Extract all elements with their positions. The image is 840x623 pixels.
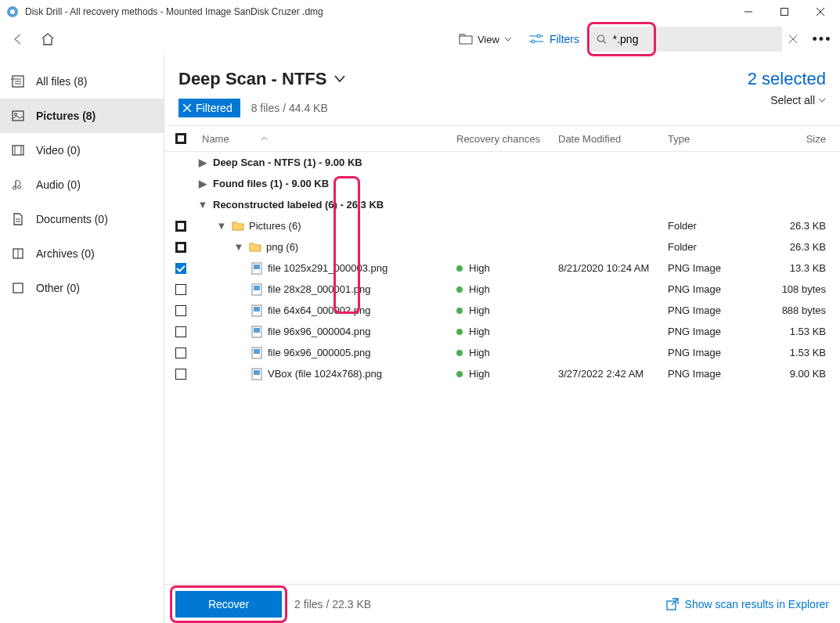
row-checkbox[interactable]	[175, 242, 186, 253]
file-row[interactable]: file 28x28_000001.pngHighPNG Image108 by…	[164, 279, 840, 300]
row-chance: High	[456, 326, 558, 337]
col-type[interactable]: Type	[668, 133, 762, 145]
chevron-down-icon[interactable]: ▼	[197, 199, 208, 211]
sidebar-item-other[interactable]: Other (0)	[0, 271, 164, 305]
sidebar-item-files[interactable]: All files (8)	[0, 64, 164, 99]
chevron-right-icon[interactable]: ▶	[197, 157, 208, 168]
sidebar-item-archives[interactable]: Archives (0)	[0, 236, 164, 271]
row-checkbox[interactable]	[175, 326, 186, 337]
row-checkbox[interactable]	[175, 221, 186, 232]
col-chances[interactable]: Recovery chances	[456, 133, 558, 145]
file-rows: ▶Deep Scan - NTFS (1) - 9.00 KB▶Found fi…	[164, 152, 840, 584]
group-row[interactable]: ▶Found files (1) - 9.00 KB	[164, 173, 840, 194]
maximize-button[interactable]	[766, 0, 802, 23]
home-button[interactable]	[36, 27, 59, 51]
folder-icon	[249, 242, 261, 253]
svg-rect-3	[781, 9, 788, 16]
svg-rect-19	[13, 111, 23, 121]
row-checkbox[interactable]	[175, 348, 186, 358]
status-dot	[456, 371, 463, 377]
sidebar-label: Other (0)	[36, 282, 80, 294]
row-size: 1.53 KB	[762, 326, 840, 337]
file-row[interactable]: file 96x96_000005.pngHighPNG Image1.53 K…	[164, 342, 840, 363]
status-dot	[456, 286, 463, 293]
sidebar-item-video[interactable]: Video (0)	[0, 133, 164, 167]
row-type: PNG Image	[668, 326, 762, 337]
sort-asc-icon	[261, 136, 268, 141]
file-name: file 96x96_000004.png	[268, 326, 371, 337]
group-row[interactable]: ▼Reconstructed labeled (6) - 26.3 KB	[164, 194, 840, 215]
open-external-icon	[666, 598, 679, 610]
filtered-badge[interactable]: Filtered	[178, 99, 240, 117]
search-box[interactable]	[590, 27, 782, 52]
svg-point-11	[597, 35, 604, 41]
row-type: Folder	[668, 220, 762, 232]
file-row[interactable]: file 96x96_000004.pngHighPNG Image1.53 K…	[164, 321, 840, 342]
col-size[interactable]: Size	[762, 133, 840, 145]
explorer-link[interactable]: Show scan results in Explorer	[666, 598, 829, 610]
svg-rect-40	[254, 328, 260, 333]
file-row[interactable]: VBox (file 1024x768).pngHigh3/27/2022 2:…	[164, 363, 840, 384]
col-date[interactable]: Date Modified	[558, 133, 668, 145]
header-checkbox[interactable]	[175, 133, 186, 144]
folder-row[interactable]: ▼png (6)Folder26.3 KB	[164, 236, 840, 257]
close-icon	[789, 35, 797, 43]
row-type: PNG Image	[668, 368, 762, 380]
row-chance: High	[456, 347, 558, 358]
row-type: PNG Image	[668, 347, 762, 358]
file-name: file 1025x291_000003.png	[268, 262, 388, 274]
scan-title[interactable]: Deep Scan - NTFS	[178, 69, 345, 89]
select-all-dropdown[interactable]: Select all	[748, 94, 826, 106]
svg-rect-36	[254, 286, 260, 290]
sidebar-item-audio[interactable]: Audio (0)	[0, 167, 164, 202]
folder-icon	[459, 34, 473, 45]
row-date: 3/27/2022 2:42 AM	[558, 368, 668, 380]
file-row[interactable]: file 1025x291_000003.pngHigh8/21/2020 10…	[164, 257, 840, 279]
folder-row[interactable]: ▼Pictures (6)Folder26.3 KB	[164, 215, 840, 236]
row-checkbox[interactable]	[175, 305, 186, 316]
filters-button[interactable]: Filters	[525, 30, 584, 49]
col-name[interactable]: Name	[197, 133, 456, 145]
chevron-down-icon[interactable]: ▼	[233, 241, 244, 253]
scan-title-text: Deep Scan - NTFS	[178, 69, 326, 89]
view-dropdown[interactable]: View	[452, 31, 518, 49]
row-checkbox[interactable]	[175, 263, 186, 274]
close-icon	[183, 104, 191, 112]
back-button[interactable]	[6, 27, 30, 51]
chevron-right-icon[interactable]: ▶	[197, 178, 208, 189]
table-header: Name Recovery chances Date Modified Type…	[164, 125, 840, 152]
svg-rect-44	[254, 370, 260, 375]
explorer-label: Show scan results in Explorer	[685, 598, 829, 610]
sidebar-item-pictures[interactable]: Pictures (8)	[0, 99, 164, 133]
close-button[interactable]	[802, 0, 838, 23]
chevron-down-icon[interactable]: ▼	[216, 220, 227, 232]
other-icon	[11, 281, 25, 295]
image-file-icon	[251, 347, 263, 359]
row-checkbox[interactable]	[175, 284, 186, 295]
sidebar-label: Archives (0)	[36, 247, 95, 260]
search-input[interactable]	[613, 33, 776, 45]
group-row[interactable]: ▶Deep Scan - NTFS (1) - 9.00 KB	[164, 152, 840, 173]
recover-button[interactable]: Recover	[175, 591, 282, 618]
row-type: PNG Image	[668, 283, 762, 295]
search-clear-button[interactable]	[782, 35, 804, 43]
sidebar-label: All files (8)	[36, 75, 87, 88]
file-row[interactable]: file 64x64_000002.pngHighPNG Image888 by…	[164, 300, 840, 321]
sidebar-item-documents[interactable]: Documents (0)	[0, 202, 164, 236]
minimize-button[interactable]	[730, 0, 766, 23]
select-all-label: Select all	[770, 94, 815, 106]
files-icon	[11, 74, 25, 88]
row-chance: High	[456, 304, 558, 316]
archives-icon	[11, 247, 25, 261]
row-size: 1.53 KB	[762, 347, 840, 358]
row-checkbox[interactable]	[175, 369, 186, 380]
chevron-down-icon	[818, 98, 826, 103]
svg-rect-42	[254, 349, 260, 354]
sidebar-label: Audio (0)	[36, 178, 81, 191]
sidebar-label: Pictures (8)	[36, 110, 96, 122]
more-button[interactable]: •••	[810, 31, 834, 48]
row-size: 13.3 KB	[762, 262, 840, 274]
documents-icon	[11, 212, 25, 226]
row-chance: High	[456, 368, 558, 380]
status-dot	[456, 329, 463, 335]
